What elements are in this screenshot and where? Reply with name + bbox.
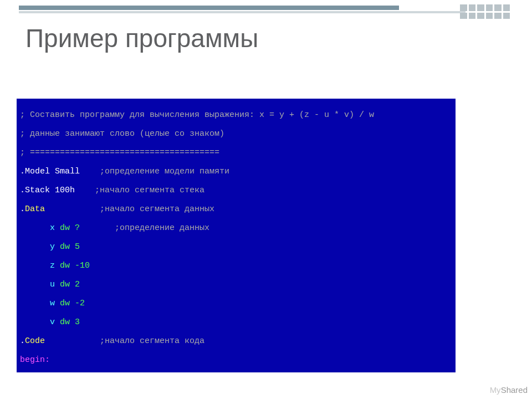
code-line: y dw 5 bbox=[20, 242, 452, 252]
branding-shared: Shared bbox=[501, 385, 528, 395]
code-panel: ; Составить программу для вычисления выр… bbox=[17, 99, 456, 372]
code-comment: ; ====================================== bbox=[20, 148, 452, 157]
code-line: .Model Small ;определение модели памяти bbox=[20, 167, 452, 176]
code-comment: ; данные занимают слово (целые со знаком… bbox=[20, 129, 452, 139]
code-comment: ; Составить программу для вычисления выр… bbox=[20, 110, 452, 120]
slide-title: Пример программы bbox=[25, 23, 258, 53]
deco-grid bbox=[460, 4, 510, 19]
deco-bar-2 bbox=[19, 11, 466, 13]
code-line: .Code ;начало сегмента кода bbox=[20, 336, 452, 346]
branding: MyShared bbox=[490, 385, 528, 395]
code-label: begin: bbox=[20, 355, 452, 365]
branding-my: My bbox=[490, 385, 501, 395]
code-line: w dw -2 bbox=[20, 299, 452, 308]
code-line: x dw ? ;определение данных bbox=[20, 223, 452, 233]
code-line: u dw 2 bbox=[20, 280, 452, 289]
header-decoration bbox=[0, 6, 532, 18]
slide: Пример программы ; Составить программу д… bbox=[0, 0, 532, 399]
code-line: .Stack 100h ;начало сегмента стека bbox=[20, 186, 452, 195]
code-line: z dw -10 bbox=[20, 261, 452, 270]
deco-bar-1 bbox=[19, 6, 399, 10]
code-line: v dw 3 bbox=[20, 318, 452, 327]
code-line: .Data ;начало сегмента данных bbox=[20, 204, 452, 214]
